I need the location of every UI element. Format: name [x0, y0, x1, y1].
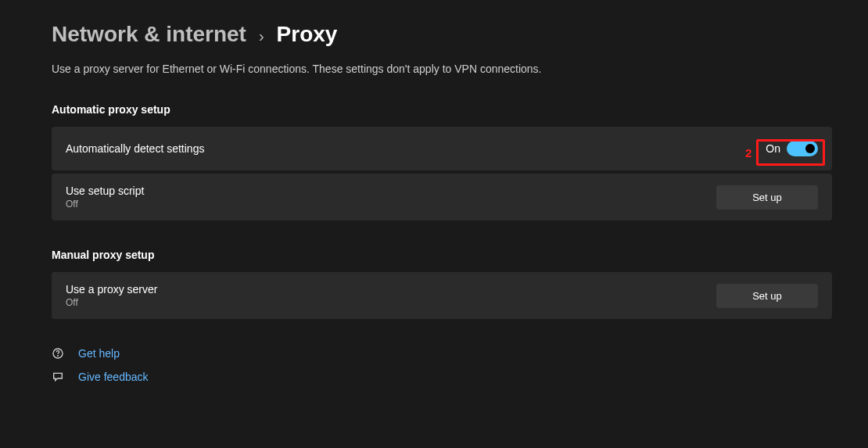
get-help-link[interactable]: Get help — [52, 347, 120, 360]
section-title-auto: Automatic proxy setup — [52, 103, 832, 116]
setup-script-label: Use setup script — [66, 185, 144, 197]
auto-detect-state-label: On — [766, 142, 780, 155]
auto-detect-toggle-wrap: On — [766, 141, 818, 156]
setup-script-row: Use setup script Off Set up — [52, 174, 832, 220]
breadcrumb-parent[interactable]: Network & internet — [52, 22, 246, 47]
proxy-server-label: Use a proxy server — [66, 283, 157, 296]
proxy-server-state: Off — [66, 297, 157, 308]
auto-detect-row: Automatically detect settings On — [52, 127, 832, 170]
footer-links: Get help Give feedback — [52, 347, 832, 383]
help-icon — [52, 347, 64, 360]
setup-script-button[interactable]: Set up — [716, 185, 818, 210]
breadcrumb: Network & internet › Proxy — [52, 22, 832, 47]
section-title-manual: Manual proxy setup — [52, 249, 832, 261]
chevron-right-icon: › — [259, 27, 264, 45]
feedback-icon — [52, 371, 64, 383]
give-feedback-link[interactable]: Give feedback — [52, 371, 149, 383]
svg-point-1 — [58, 356, 59, 357]
auto-detect-label: Automatically detect settings — [66, 142, 204, 155]
proxy-server-row: Use a proxy server Off Set up — [52, 272, 832, 319]
page-title: Proxy — [277, 22, 338, 47]
proxy-server-button[interactable]: Set up — [716, 284, 818, 308]
give-feedback-label: Give feedback — [78, 371, 149, 383]
page-description: Use a proxy server for Ethernet or Wi-Fi… — [52, 63, 832, 75]
toggle-knob-icon — [805, 144, 815, 153]
get-help-label: Get help — [78, 347, 120, 360]
setup-script-state: Off — [66, 199, 144, 210]
auto-detect-toggle[interactable] — [787, 141, 818, 156]
